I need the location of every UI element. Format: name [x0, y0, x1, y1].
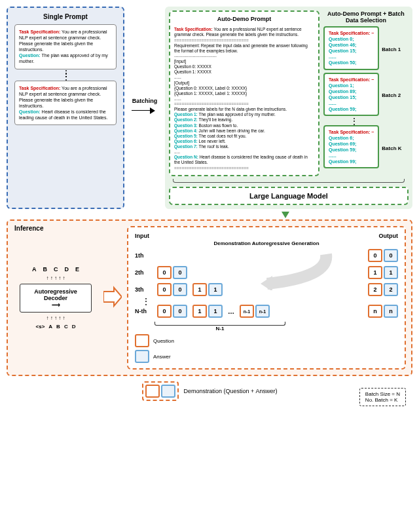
input-header: [Input]	[174, 59, 186, 64]
batch-q: Question 6;	[329, 136, 354, 140]
batch-q: Question 59;	[329, 107, 356, 111]
dots: ......	[174, 75, 181, 79]
auto-demo-title: Auto-Demo Prompt	[174, 16, 314, 23]
right-block: Auto-Demo Prompt Task Specification: You…	[165, 7, 412, 209]
separator: ------------------------------	[174, 54, 217, 58]
up-arrows-icon: ↑ ↑ ↑ ↑ ↑	[46, 275, 65, 281]
prompt-card-b: Task Specification: You are a profession…	[14, 81, 117, 126]
num-batch-label: No. Batch = K	[365, 397, 400, 403]
batch-q: Question 0;	[329, 37, 354, 41]
q-label: Question 1:	[174, 112, 198, 117]
batch-q: Question 50;	[329, 60, 356, 65]
q-label: Question 4:	[174, 128, 198, 133]
output-header: [Output]	[174, 81, 189, 85]
gen-header: Input Output	[135, 233, 398, 239]
demo-legend-text: Demonstration (Question + Answer)	[184, 388, 278, 394]
q-label: Question 7:	[174, 144, 198, 149]
big-arrow-icon	[103, 285, 122, 310]
task-spec-label: Task Specification: ~	[329, 130, 374, 134]
output-pair: 22	[368, 283, 398, 296]
batch-q: Question 89;	[329, 89, 356, 94]
batch-q: Question 1;	[329, 83, 354, 88]
answer-swatch-icon	[135, 350, 149, 363]
inference-title: Inference	[14, 225, 43, 232]
task-spec-label: Task Specification:	[19, 29, 60, 34]
footer: Demonstration (Question + Answer) Batch …	[7, 381, 412, 405]
demo-swatch-icon	[142, 381, 179, 401]
footer-box: Batch Size = N No. Batch = K	[359, 388, 406, 406]
output-line: {Question 1: XXXXX, Label 1: XXXXX}	[174, 91, 247, 96]
input-pair: 00	[157, 266, 187, 279]
q-text: John will have been driving the car.	[198, 128, 265, 133]
batching-arrow: Batching	[128, 7, 161, 209]
gen-subtitle: Demonstration Autoregressive Generation	[135, 240, 398, 246]
batch-tag-2: Batch 2	[382, 92, 401, 98]
batch-q: Question 99;	[329, 159, 356, 164]
task-spec-label: Task Specification:	[174, 27, 213, 31]
batch-card-1: Task Specification: ~ Question 0; Questi…	[323, 26, 379, 70]
output-pair: 00	[368, 249, 398, 262]
ellipsis-icon: …	[228, 308, 234, 315]
batch-sel-title: Auto-Demo Prompt + Batch Data Selection	[323, 10, 409, 24]
input-pair: 00	[157, 305, 187, 318]
batch-selection-panel: Auto-Demo Prompt + Batch Data Selection …	[323, 10, 409, 176]
up-arrows-icon: ↑ ↑ ↑ ↑ ↑	[46, 315, 65, 321]
demo-legend: Demonstration (Question + Answer)	[7, 381, 412, 401]
batch-q: ......	[329, 153, 337, 158]
batch-q: ......	[329, 101, 337, 105]
task-spec-label: Task Specification: ~	[329, 31, 374, 35]
requirement-text: Requirement: Repeat the input data and g…	[174, 43, 308, 53]
question-swatch-icon	[135, 334, 149, 347]
question-label: Question:	[19, 53, 41, 58]
instruction-text: Please generate labels for the N data gi…	[174, 107, 287, 111]
batch-q: Question 59;	[329, 147, 356, 152]
batch-row: Task Specification: ~ Question 1; Questi…	[323, 73, 409, 119]
q-text: Lee never left.	[198, 139, 226, 143]
single-prompt-panel: Single Prompt Task Specification: You ar…	[7, 7, 124, 209]
input-pair: 11	[192, 305, 223, 318]
inference-panel: Inference A B C D E ↑ ↑ ↑ ↑ ↑ Autoregres…	[7, 219, 412, 377]
q-label: Question 3:	[174, 123, 198, 128]
batch-tag-k: Batch K	[382, 145, 401, 151]
input-pair: 11	[192, 283, 223, 296]
separator: ==============================	[174, 102, 249, 106]
input-line: Question 0: XXXXX	[174, 64, 211, 69]
batch-q: Question 46;	[329, 43, 356, 47]
batch-q: ......	[329, 54, 337, 59]
task-spec-label: Task Specification:	[19, 86, 60, 90]
batch-q: Question 15;	[329, 95, 356, 100]
top-row: Single Prompt Task Specification: You ar…	[7, 7, 412, 209]
separator: ==============================	[174, 166, 249, 170]
q-text: The roof is leak.	[198, 144, 229, 149]
batching-label: Batching	[132, 98, 158, 104]
letters-top: A B C D E	[32, 266, 79, 273]
q-label: Question 6:	[174, 139, 198, 143]
output-label: Output	[379, 233, 399, 239]
down-arrow-icon	[282, 212, 289, 218]
vdots-icon: ⋮	[141, 300, 398, 304]
curved-arrow-icon	[254, 251, 333, 290]
q-label: Question 5:	[174, 134, 198, 138]
input-line: Question 1: XXXXX	[174, 69, 211, 74]
right-arrow-icon: ⟶	[26, 301, 86, 308]
q-text: The plan was approved of by my mother.	[198, 112, 276, 117]
dots: .....	[174, 149, 180, 154]
q-label: Question 2:	[174, 117, 198, 122]
question-label: Question:	[19, 109, 41, 114]
svg-marker-1	[261, 276, 272, 290]
single-prompt-title: Single Prompt	[14, 13, 117, 20]
svg-marker-0	[103, 288, 122, 306]
prompt-card-a: Task Specification: You are a profession…	[14, 24, 117, 69]
output-pair: 11	[368, 266, 398, 279]
q-text: Boston was flown to.	[198, 123, 238, 128]
batch-card-2: Task Specification: ~ Question 1; Questi…	[323, 73, 379, 117]
decoder-box: Autoregressive Decoder ⟶	[20, 284, 92, 313]
generation-panel: Input Output Demonstration Autoregressiv…	[127, 226, 406, 370]
output-pair: nn	[368, 305, 398, 318]
q-text: They'll be leaving.	[198, 117, 233, 122]
arrow-right-icon	[132, 104, 158, 117]
vdots-icon: ⋮⋮	[14, 72, 117, 79]
right-top-row: Auto-Demo Prompt Task Specification: You…	[169, 10, 409, 176]
batch-row: Task Specification: ~ Question 0; Questi…	[323, 26, 409, 73]
input-pair: 00	[157, 283, 187, 296]
